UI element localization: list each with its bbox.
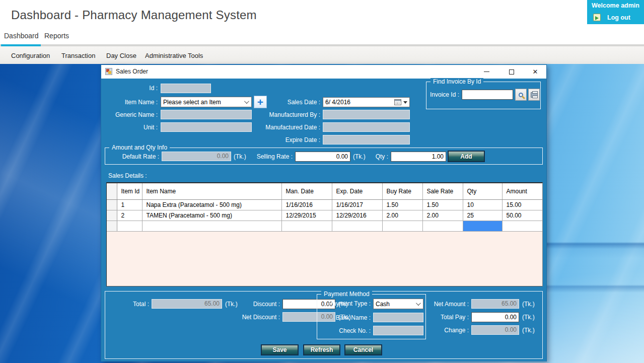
close-button[interactable]: ✕ [527, 65, 544, 79]
total-pay-input[interactable] [471, 312, 519, 322]
save-button[interactable]: Save [261, 344, 299, 355]
grid-row-header[interactable] [107, 199, 117, 210]
sales-date-value: 6/ 4/2016 [325, 99, 350, 106]
grid-cell[interactable] [281, 221, 332, 231]
selling-rate-label: Selling Rate : [252, 153, 293, 160]
sales-details-grid: Item IdItem NameMan. DateExp. DateBuy Ra… [106, 182, 543, 286]
grid-column-header[interactable]: Man. Date [281, 183, 332, 199]
grid-cell[interactable]: 1/16/2017 [332, 199, 382, 210]
payment-type-selected-value: Cash [376, 301, 390, 308]
payment-method-legend: Payment Method [321, 291, 372, 298]
grid-row-header[interactable] [107, 221, 117, 231]
grid-cell[interactable] [142, 221, 281, 231]
grid-column-header[interactable]: Item Name [142, 183, 281, 199]
close-icon: ✕ [533, 68, 538, 76]
grid-cell[interactable]: 2.00 [422, 210, 463, 221]
menu-bar: Dashboard Reports [0, 29, 644, 46]
find-invoice-legend: Find Invoice By Id [431, 78, 483, 85]
find-invoice-groupbox: Find Invoice By Id Invoice Id : [426, 82, 541, 109]
net-amount-label: Net Amount : [413, 301, 469, 308]
change-unit: (Tk.) [522, 327, 535, 334]
grid-cell[interactable]: 2.00 [382, 210, 422, 221]
selling-rate-input[interactable] [295, 152, 350, 162]
grid-column-header[interactable]: Item Id [117, 183, 142, 199]
table-row: 1Napa Extra (Paracetamol - 500 mg)1/16/2… [107, 199, 542, 210]
grid-cell[interactable]: 12/29/2015 [281, 210, 332, 221]
table-row [107, 221, 542, 231]
grid-head-row: Item IdItem NameMan. DateExp. DateBuy Ra… [107, 183, 542, 199]
grid-cell[interactable]: 1.50 [382, 199, 422, 210]
grid-cell[interactable]: 1 [117, 199, 142, 210]
manufactured-date-label: Manufactured Date : [242, 124, 320, 131]
total-pay-label: Total Pay : [413, 314, 469, 321]
generic-name-field [161, 110, 252, 119]
grid-cell[interactable] [463, 221, 502, 231]
item-name-select[interactable]: Please select an Item [161, 97, 252, 107]
grid-cell[interactable] [502, 221, 542, 231]
payment-type-label: Payment Type : [319, 300, 371, 307]
grid-column-header[interactable]: Buy Rate [382, 183, 422, 199]
add-button[interactable]: Add [448, 151, 485, 162]
manufactured-by-label: Manufacturerd By : [242, 111, 320, 118]
grid-cell[interactable]: 1.50 [422, 199, 463, 210]
amount-qty-legend: Amount and Qty Info [109, 144, 170, 151]
date-dropdown-icon [403, 101, 407, 104]
grid-cell[interactable]: TAMEN (Paracetamol - 500 mg) [142, 210, 281, 221]
item-name-selected-value: Please select an Item [163, 99, 221, 106]
id-field [161, 84, 211, 93]
grid-cell[interactable]: 10 [463, 199, 502, 210]
grid-cell[interactable]: Napa Extra (Paracetamol - 500 mg) [142, 199, 281, 210]
refresh-button[interactable]: Refresh [303, 344, 340, 355]
grid-cell[interactable]: 15.00 [502, 199, 542, 210]
manufactured-date-field [323, 122, 410, 132]
unit-field [161, 122, 252, 132]
grid-cell[interactable] [422, 221, 463, 231]
maximize-button[interactable] [503, 65, 520, 79]
invoice-id-input[interactable] [462, 90, 513, 100]
unit-label: Unit : [101, 124, 158, 131]
sales-order-window: Sales Order ✕ Id : Item Name : Please se… [101, 64, 547, 361]
grid-column-header[interactable]: Qty [463, 183, 502, 199]
search-invoice-button[interactable] [515, 89, 527, 101]
user-box: Welcome admin Log out [587, 0, 644, 24]
app-header: Dashboard - Pharmacy Management System W… [0, 0, 644, 29]
window-titlebar[interactable]: Sales Order ✕ [101, 65, 546, 79]
form-icon [105, 68, 112, 75]
qty-input[interactable] [391, 152, 446, 162]
grid-cell[interactable]: 2 [117, 210, 142, 221]
grid-cell[interactable] [117, 221, 142, 231]
qty-label: Qty : [363, 153, 388, 160]
sales-date-label: Sales Date : [242, 99, 320, 106]
check-no-label: Check No. : [319, 327, 371, 334]
sales-details-label: Sales Details : [108, 172, 147, 179]
grid-cell[interactable]: 12/29/2016 [332, 210, 382, 221]
grid-cell[interactable] [382, 221, 422, 231]
grid-cell[interactable]: 1/16/2016 [281, 199, 332, 210]
grid-cell[interactable]: 50.00 [502, 210, 542, 221]
logout-button[interactable]: Log out [587, 13, 644, 23]
window-title: Sales Order [116, 68, 148, 75]
grid-column-header[interactable]: Amount [502, 183, 542, 199]
grid-row-header[interactable] [107, 210, 117, 221]
grid-cell[interactable]: 25 [463, 210, 502, 221]
menu-item-dashboard[interactable]: Dashboard [4, 32, 39, 40]
page-title: Dashboard - Pharmacy Management System [11, 8, 257, 22]
id-label: Id : [101, 85, 158, 92]
sales-details-table: Item IdItem NameMan. DateExp. DateBuy Ra… [107, 183, 543, 232]
grid-column-header[interactable]: Exp. Date [332, 183, 382, 199]
grid-corner-cell [107, 183, 117, 199]
tab-configuration[interactable]: Configuration [11, 52, 50, 59]
table-row: 2TAMEN (Paracetamol - 500 mg)12/29/20151… [107, 210, 542, 221]
tab-transaction[interactable]: Transaction [61, 52, 95, 59]
item-name-label: Item Name : [101, 99, 158, 106]
print-invoice-button[interactable] [528, 89, 540, 101]
sales-date-picker[interactable]: 6/ 4/2016 [323, 97, 410, 107]
grid-cell[interactable] [332, 221, 382, 231]
menu-item-reports[interactable]: Reports [44, 32, 69, 40]
cancel-button[interactable]: Cancel [344, 344, 382, 355]
tab-day-close[interactable]: Day Close [106, 52, 136, 59]
search-icon [519, 93, 523, 97]
grid-column-header[interactable]: Sale Rate [422, 183, 463, 199]
tab-administrative-tools[interactable]: Administrative Tools [145, 52, 203, 59]
minimize-button[interactable] [478, 65, 495, 79]
